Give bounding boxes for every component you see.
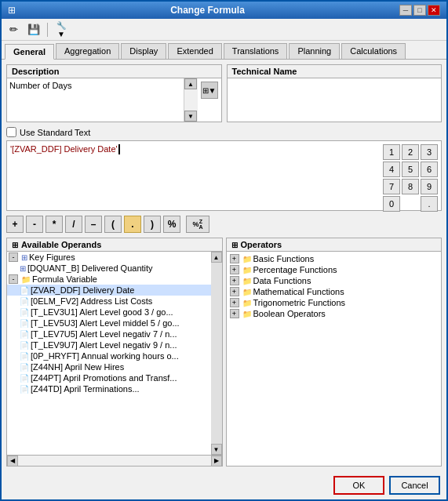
left-panel-scrollbar[interactable]: ▲ ▼ [211,252,222,455]
desc-icon-button[interactable]: ⊞▼ [201,82,218,99]
left-scroll-down[interactable]: ▼ [211,444,222,455]
tree-0p-hryft[interactable]: 📄 [0P_HRYFT] Annual working hours o... [7,350,211,361]
operators-panel-header: ⊞ Operators [227,238,442,252]
tree-z44td[interactable]: 📄 [Z44TD] April Terminations... [7,383,211,394]
numpad-4[interactable]: 4 [383,162,400,177]
data-functions-folder: 📁 [242,277,252,285]
tree-0elm-fv2[interactable]: 📄 [0ELM_FV2] Address List Costs [7,296,211,307]
toolbar-separator [47,23,48,37]
left-panel-hscrollbar[interactable]: ◀ ▶ [7,455,222,466]
left-scroll-up[interactable]: ▲ [211,252,222,263]
tab-extended[interactable]: Extended [168,43,221,59]
tree-boolean-operators[interactable]: + 📁 Boolean Operators [228,308,440,319]
title-bar: ⊞ Change Formula ─ □ ✕ [2,2,446,19]
use-standard-text-checkbox[interactable] [6,127,16,137]
z44pt-icon: 📄 [20,374,29,383]
data-functions-expander[interactable]: + [230,276,239,285]
tab-general[interactable]: General [5,44,54,60]
numpad-3[interactable]: 3 [421,144,438,160]
formula-var-expander[interactable]: - [9,274,18,284]
numpad-dot[interactable]: . [421,196,438,212]
op-close-paren[interactable]: ) [144,216,161,233]
formula-text: '[ZVAR_DDF] Delivery Date' [10,144,118,154]
toolbar-tools-button[interactable]: 🔧▼ [53,21,70,38]
description-label: Description [7,65,221,78]
tree-t-lev3u1[interactable]: 📄 [T_LEV3U1] Alert Level good 3 / go... [7,307,211,318]
tree-basic-functions[interactable]: + 📁 Basic Functions [228,253,440,264]
available-operands-scroll-wrapper: - ⊞ Key Figures ⊞ [DQUANT_B] Delivered Q… [7,252,222,455]
op-open-paren[interactable]: ( [104,216,122,233]
op-plus[interactable]: + [6,216,24,233]
numpad-1[interactable]: 1 [383,144,400,160]
tree-z44nh[interactable]: 📄 [Z44NH] April New Hires [7,361,211,372]
cancel-button[interactable]: Cancel [389,476,440,495]
op-percent[interactable]: % [163,216,180,233]
left-scroll-left[interactable]: ◀ [7,456,18,467]
left-scroll-right[interactable]: ▶ [211,456,222,467]
minimize-button[interactable]: ─ [399,5,412,16]
percentage-functions-folder: 📁 [242,266,252,274]
tab-planning[interactable]: Planning [289,43,340,59]
tree-formula-variable[interactable]: - 📁 Formula Variable [7,274,211,285]
toolbar-save-button[interactable]: 💾 [25,21,42,38]
boolean-operators-expander[interactable]: + [230,309,239,318]
tree-z44pt[interactable]: 📄 [Z44PT] April Promotions and Transf... [7,372,211,383]
percentage-functions-expander[interactable]: + [230,265,239,274]
footer: OK Cancel [2,471,446,499]
tab-display[interactable]: Display [121,43,166,59]
ok-button[interactable]: OK [333,476,384,495]
top-section: Description ▲ ▼ ⊞▼ Technical Name [6,64,442,122]
maximize-button[interactable]: □ [413,5,426,16]
formula-editor: '[ZVAR_DDF] Delivery Date' 1 2 3 4 5 6 7… [6,140,442,211]
numpad-6[interactable]: 6 [421,162,438,177]
tree-t-lev5u3[interactable]: 📄 [T_LEV5U3] Alert Level middel 5 / go..… [7,318,211,329]
description-group: Description ▲ ▼ ⊞▼ [6,64,222,122]
close-button[interactable]: ✕ [428,5,440,16]
op-multiply[interactable]: * [46,216,63,233]
toolbar: ✏ 💾 🔧▼ [2,19,446,41]
use-standard-text-label[interactable]: Use Standard Text [6,127,90,137]
op-divide[interactable]: / [65,216,82,233]
key-figures-expander[interactable]: - [9,252,18,262]
tab-calculations[interactable]: Calculations [341,43,406,59]
toolbar-pen-button[interactable]: ✏ [5,21,22,38]
tree-percentage-functions[interactable]: + 📁 Percentage Functions [228,264,440,275]
numpad-9[interactable]: 9 [421,179,438,194]
op-dash[interactable]: – [85,216,102,233]
z44td-label: [Z44TD] April Terminations... [31,384,140,394]
basic-functions-expander[interactable]: + [230,254,239,263]
boolean-operators-label: Boolean Operators [253,309,326,318]
numpad-2[interactable]: 2 [402,144,419,160]
tab-aggregation[interactable]: Aggregation [56,43,119,59]
tree-mathematical-functions[interactable]: + 📁 Mathematical Functions [228,286,440,297]
formula-var-icon: 📁 [21,275,31,284]
title-bar-buttons: ─ □ ✕ [399,5,440,16]
mathematical-functions-expander[interactable]: + [230,287,239,296]
scroll-up-button[interactable]: ▲ [184,78,197,89]
op-za[interactable]: %ZA [186,216,209,233]
numpad-5[interactable]: 5 [402,162,419,177]
numpad-8[interactable]: 8 [402,179,419,194]
tab-translations[interactable]: Translations [224,43,288,59]
numpad-7[interactable]: 7 [383,179,400,194]
tree-trigonometric-functions[interactable]: + 📁 Trigonometric Functions [228,297,440,308]
technical-name-input[interactable] [228,78,442,102]
description-textarea[interactable] [7,78,184,122]
op-dot[interactable]: . [124,216,141,233]
key-figures-label: Key Figures [29,252,75,262]
t-lev3u1-icon: 📄 [20,308,29,317]
numpad-0[interactable]: 0 [383,196,400,212]
tree-t-lev9u7[interactable]: 📄 [T_LEV9U7] Alert Level negativ 9 / n..… [7,339,211,350]
tree-zvar-ddf[interactable]: 📄 [ZVAR_DDF] Delivery Date [7,285,211,296]
scroll-down-button[interactable]: ▼ [184,111,197,122]
0p-hryft-icon: 📄 [20,352,29,361]
tree-t-lev7u5[interactable]: 📄 [T_LEV7U5] Alert Level negativ 7 / n..… [7,329,211,339]
technical-name-label: Technical Name [228,65,442,78]
tree-dquant[interactable]: ⊞ [DQUANT_B] Delivered Quantity [7,263,211,274]
op-minus[interactable]: - [26,216,43,233]
tree-data-functions[interactable]: + 📁 Data Functions [228,275,440,286]
t-lev7u5-icon: 📄 [20,330,29,339]
tree-key-figures[interactable]: - ⊞ Key Figures [7,252,211,263]
trigonometric-functions-expander[interactable]: + [230,298,239,307]
t-lev5u3-icon: 📄 [20,319,29,328]
